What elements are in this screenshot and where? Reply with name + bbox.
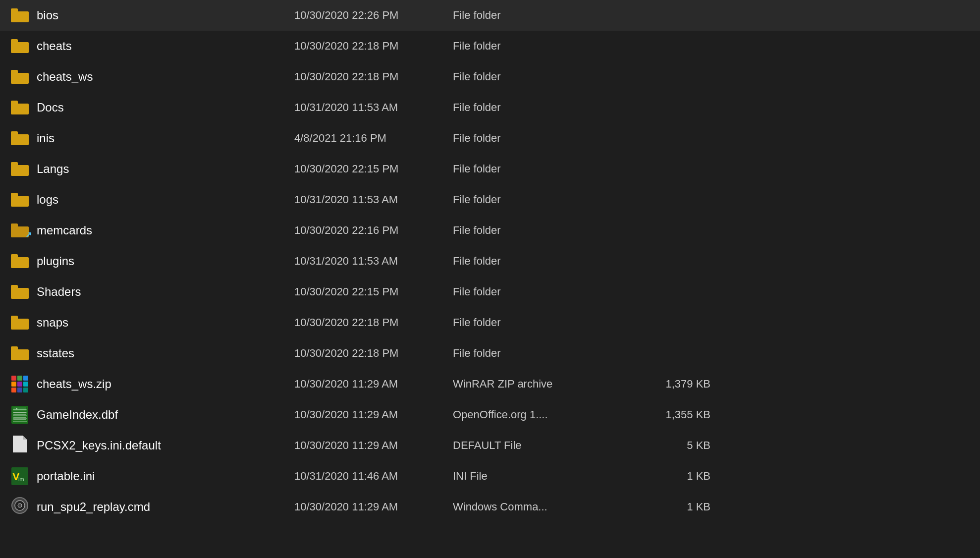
file-row[interactable]: logs10/31/2020 11:53 AMFile folder (0, 184, 980, 215)
file-row[interactable]: PCSX2_keys.ini.default10/30/2020 11:29 A… (0, 430, 980, 461)
folder-icon (10, 160, 30, 178)
file-type: File folder (453, 70, 631, 83)
file-name: Shaders (37, 285, 294, 299)
file-type: OpenOffice.org 1.... (453, 408, 631, 421)
file-name: Langs (37, 162, 294, 176)
folder-special-icon: ↗ (10, 222, 30, 239)
file-type: File folder (453, 132, 631, 145)
svg-rect-6 (13, 407, 26, 410)
file-type: Windows Comma... (453, 501, 631, 513)
folder-icon (10, 6, 30, 24)
file-row[interactable]: Langs10/30/2020 22:15 PMFile folder (0, 154, 980, 184)
file-date: 10/31/2020 11:53 AM (294, 193, 453, 206)
file-row[interactable]: V im portable.ini10/31/2020 11:46 AMINI … (0, 461, 980, 492)
file-row[interactable]: ↗memcards10/30/2020 22:16 PMFile folder (0, 215, 980, 246)
file-name: snaps (37, 316, 294, 330)
file-name: Docs (37, 101, 294, 114)
ini-file-icon: V im (10, 467, 30, 485)
svg-rect-4 (13, 417, 26, 418)
default-file-icon (10, 437, 30, 454)
file-row[interactable]: Docs10/31/2020 11:53 AMFile folder (0, 92, 980, 123)
file-name: memcards (37, 223, 294, 237)
file-date: 10/30/2020 22:18 PM (294, 40, 453, 53)
file-type: File folder (453, 40, 631, 53)
file-row[interactable]: Shaders10/30/2020 22:15 PMFile folder (0, 277, 980, 307)
file-size: 5 KB (631, 439, 710, 452)
file-name: run_spu2_replay.cmd (37, 500, 294, 514)
file-date: 10/30/2020 11:29 AM (294, 378, 453, 391)
file-date: 10/30/2020 22:16 PM (294, 224, 453, 237)
file-list: bios10/30/2020 22:26 PMFile foldercheats… (0, 0, 980, 522)
file-date: 4/8/2021 21:16 PM (294, 132, 453, 145)
file-type: File folder (453, 193, 631, 206)
svg-rect-2 (13, 412, 26, 413)
file-row[interactable]: inis4/8/2021 21:16 PMFile folder (0, 123, 980, 154)
file-date: 10/31/2020 11:46 AM (294, 470, 453, 483)
file-size: 1 KB (631, 501, 710, 513)
file-date: 10/30/2020 22:26 PM (294, 9, 453, 22)
svg-point-16 (18, 503, 22, 507)
file-type: File folder (453, 255, 631, 268)
file-type: File folder (453, 285, 631, 298)
file-name: cheats_ws (37, 70, 294, 84)
file-size: 1 KB (631, 470, 710, 483)
cmd-file-icon (10, 498, 30, 516)
svg-rect-8 (13, 409, 26, 410)
folder-icon (10, 283, 30, 301)
file-size: 1,379 KB (631, 378, 710, 391)
file-name: sstates (37, 346, 294, 360)
file-row[interactable]: plugins10/31/2020 11:53 AMFile folder (0, 246, 980, 277)
folder-icon (10, 252, 30, 270)
file-type: File folder (453, 163, 631, 175)
file-name: bios (37, 8, 294, 22)
file-date: 10/30/2020 22:18 PM (294, 70, 453, 83)
file-date: 10/30/2020 22:18 PM (294, 316, 453, 329)
svg-rect-0 (12, 406, 27, 423)
file-date: 10/30/2020 22:18 PM (294, 347, 453, 360)
file-type: File folder (453, 347, 631, 360)
file-type: DEFAULT File (453, 439, 631, 452)
file-row[interactable]: cheats10/30/2020 22:18 PMFile folder (0, 31, 980, 61)
svg-rect-5 (13, 419, 26, 420)
zip-icon (10, 375, 30, 393)
file-name: cheats (37, 39, 294, 53)
file-name: portable.ini (37, 469, 294, 483)
folder-icon (10, 344, 30, 362)
folder-icon (10, 191, 30, 209)
file-date: 10/30/2020 11:29 AM (294, 501, 453, 513)
file-row[interactable]: bios10/30/2020 22:26 PMFile folder (0, 0, 980, 31)
file-row[interactable]: run_spu2_replay.cmd10/30/2020 11:29 AMWi… (0, 492, 980, 522)
svg-marker-10 (23, 436, 27, 440)
file-date: 10/31/2020 11:53 AM (294, 255, 453, 268)
file-name: PCSX2_keys.ini.default (37, 439, 294, 452)
folder-icon (10, 68, 30, 86)
svg-rect-1 (13, 409, 26, 410)
file-type: INI File (453, 470, 631, 483)
file-date: 10/30/2020 11:29 AM (294, 408, 453, 421)
file-name: logs (37, 193, 294, 207)
folder-icon (10, 99, 30, 116)
file-name: GameIndex.dbf (37, 408, 294, 422)
file-row[interactable]: cheats_ws10/30/2020 22:18 PMFile folder (0, 61, 980, 92)
svg-text:im: im (18, 476, 24, 482)
svg-rect-7 (16, 408, 17, 409)
file-type: File folder (453, 101, 631, 114)
svg-rect-3 (13, 414, 26, 415)
file-date: 10/31/2020 11:53 AM (294, 101, 453, 114)
file-date: 10/30/2020 11:29 AM (294, 439, 453, 452)
file-row[interactable]: snaps10/30/2020 22:18 PMFile folder (0, 307, 980, 338)
file-row[interactable]: sstates10/30/2020 22:18 PMFile folder (0, 338, 980, 369)
file-date: 10/30/2020 22:15 PM (294, 285, 453, 298)
dbf-icon (10, 406, 30, 424)
file-type: File folder (453, 224, 631, 237)
file-size: 1,355 KB (631, 408, 710, 421)
folder-icon (10, 314, 30, 332)
file-type: File folder (453, 9, 631, 22)
file-name: cheats_ws.zip (37, 377, 294, 391)
file-type: File folder (453, 316, 631, 329)
file-row[interactable]: GameIndex.dbf10/30/2020 11:29 AMOpenOffi… (0, 399, 980, 430)
file-row[interactable]: cheats_ws.zip10/30/2020 11:29 AMWinRAR Z… (0, 369, 980, 399)
folder-icon (10, 129, 30, 147)
file-name: inis (37, 131, 294, 145)
file-name: plugins (37, 254, 294, 268)
